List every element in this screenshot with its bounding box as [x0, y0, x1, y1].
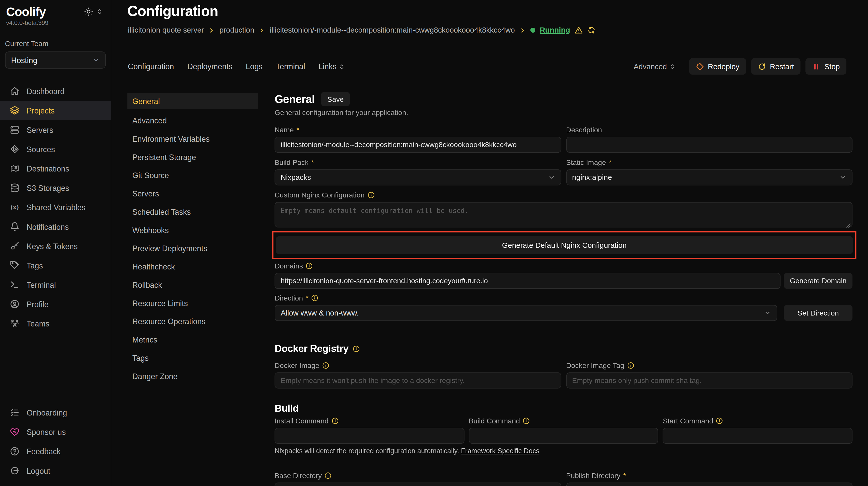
restart-button[interactable]: Restart: [751, 58, 801, 74]
direction-select[interactable]: Allow www & non-www.: [275, 305, 777, 321]
nginx-config-textarea[interactable]: [275, 202, 852, 227]
sidebar-item-projects[interactable]: Projects: [0, 101, 111, 120]
tab-logs[interactable]: Logs: [246, 62, 263, 71]
subnav-git-source[interactable]: Git Source: [127, 166, 258, 184]
resize-handle[interactable]: [846, 223, 851, 228]
subnav-persistent-storage[interactable]: Persistent Storage: [127, 148, 258, 166]
subnav-healthcheck[interactable]: Healthcheck: [127, 257, 258, 276]
breadcrumb: illicitonion quote server production ill…: [128, 26, 595, 34]
subnav-scheduled-tasks[interactable]: Scheduled Tasks: [127, 202, 258, 221]
highlight-box: Generate Default Nginx Configuration: [272, 231, 856, 259]
subnav-resource-limits[interactable]: Resource Limits: [127, 294, 258, 312]
install-command-label: Install Command: [275, 417, 329, 425]
general-subtitle: General configuration for your applicati…: [275, 108, 852, 117]
generate-domain-button[interactable]: Generate Domain: [784, 273, 852, 289]
database-icon: [10, 183, 19, 193]
team-select[interactable]: Hosting: [5, 52, 106, 68]
set-direction-button[interactable]: Set Direction: [784, 305, 852, 321]
tab-terminal[interactable]: Terminal: [276, 62, 305, 71]
sidebar-nav: Dashboard Projects Servers Sources Desti…: [0, 82, 111, 333]
breadcrumb-resource[interactable]: illicitestonion/-module--decomposition:m…: [270, 26, 515, 34]
description-input[interactable]: [566, 137, 852, 153]
sidebar-item-terminal[interactable]: Terminal: [0, 275, 111, 294]
sidebar-item-sponsor-us[interactable]: Sponsor us: [0, 422, 110, 442]
sidebar-item-feedback[interactable]: Feedback: [0, 442, 110, 461]
info-icon: [311, 294, 318, 301]
save-button[interactable]: Save: [321, 92, 350, 106]
start-command-input[interactable]: [663, 428, 852, 444]
restart-icon: [758, 62, 766, 71]
stop-button[interactable]: Stop: [806, 58, 846, 74]
generate-nginx-config-button[interactable]: Generate Default Nginx Configuration: [276, 236, 853, 254]
subnav-danger-zone[interactable]: Danger Zone: [127, 367, 258, 385]
tab-configuration[interactable]: Configuration: [128, 62, 174, 71]
tab-label: Terminal: [276, 62, 305, 71]
sidebar-item-s3-storages[interactable]: S3 Storages: [0, 178, 111, 197]
tab-links[interactable]: Links: [318, 62, 345, 71]
subnav-metrics[interactable]: Metrics: [127, 330, 258, 349]
refresh-icon[interactable]: [587, 26, 596, 34]
build-command-label: Build Command: [469, 417, 520, 425]
main-content: Configuration illicitonion quote server …: [111, 0, 868, 486]
publish-directory-input[interactable]: [566, 482, 852, 486]
subnav-webhooks[interactable]: Webhooks: [127, 221, 258, 239]
advanced-dropdown[interactable]: Advanced: [633, 62, 675, 71]
sidebar-item-label: Sources: [27, 145, 55, 154]
sidebar-item-onboarding[interactable]: Onboarding: [0, 403, 110, 422]
domains-input[interactable]: [275, 273, 781, 289]
sidebar: Coolify v4.0.0-beta.399 Current Team Hos…: [0, 0, 111, 486]
sidebar-item-dashboard[interactable]: Dashboard: [0, 82, 111, 101]
chevron-right-icon: [208, 27, 215, 33]
breadcrumb-project[interactable]: illicitonion quote server: [128, 26, 204, 34]
subnav-general[interactable]: General: [127, 93, 258, 109]
build-command-input[interactable]: [469, 428, 658, 444]
sidebar-item-shared-variables[interactable]: (x) Shared Variables: [0, 197, 111, 217]
sidebar-item-profile[interactable]: Profile: [0, 294, 111, 314]
sidebar-item-label: Destinations: [27, 164, 69, 173]
sidebar-item-logout[interactable]: Logout: [0, 461, 110, 480]
brand-logo: Coolify: [6, 5, 46, 19]
subnav-servers[interactable]: Servers: [127, 184, 258, 202]
tab-label: Deployments: [187, 62, 232, 71]
build-pack-label: Build Pack: [275, 158, 309, 167]
logout-icon: [10, 466, 19, 476]
name-input[interactable]: [275, 137, 561, 153]
info-icon: [306, 262, 313, 269]
subnav-environment-variables[interactable]: Environment Variables: [127, 130, 258, 148]
docker-image-tag-input[interactable]: [566, 372, 852, 389]
theme-sun-icon[interactable]: [84, 7, 93, 16]
sidebar-item-label: Tags: [27, 261, 43, 270]
sidebar-item-keys-tokens[interactable]: Keys & Tokens: [0, 236, 111, 256]
base-directory-input[interactable]: [275, 482, 561, 486]
sidebar-item-teams[interactable]: Teams: [0, 314, 111, 333]
subnav-preview-deployments[interactable]: Preview Deployments: [127, 239, 258, 257]
subnav-rollback[interactable]: Rollback: [127, 276, 258, 294]
subnav-advanced[interactable]: Advanced: [127, 111, 258, 130]
status-running-link[interactable]: Running: [540, 26, 570, 34]
chevron-down-icon: [839, 174, 846, 181]
theme-switcher-chevrons-icon[interactable]: [96, 8, 103, 15]
user-circle-icon: [10, 299, 19, 309]
redeploy-button[interactable]: Redeploy: [689, 58, 746, 74]
subnav-tags[interactable]: Tags: [127, 349, 258, 367]
sidebar-item-sources[interactable]: Sources: [0, 139, 111, 159]
docker-image-input[interactable]: [275, 372, 561, 389]
install-command-input[interactable]: [275, 428, 464, 444]
info-icon: [322, 362, 330, 369]
sidebar-item-destinations[interactable]: Destinations: [0, 159, 111, 178]
sidebar-item-label: Sponsor us: [27, 428, 66, 436]
sidebar-item-servers[interactable]: Servers: [0, 120, 111, 139]
static-image-select[interactable]: nginx:alpine: [566, 169, 852, 185]
status-dot: [530, 28, 535, 33]
sidebar-item-label: Shared Variables: [27, 203, 85, 212]
sidebar-item-notifications[interactable]: Notifications: [0, 217, 111, 236]
framework-docs-link[interactable]: Framework Specific Docs: [461, 447, 539, 455]
tab-deployments[interactable]: Deployments: [187, 62, 232, 71]
breadcrumb-environment[interactable]: production: [219, 26, 254, 34]
team-select-value: Hosting: [11, 56, 37, 65]
layers-icon: [10, 106, 19, 115]
subnav-resource-operations[interactable]: Resource Operations: [127, 312, 258, 330]
build-pack-select[interactable]: Nixpacks: [275, 169, 561, 185]
build-heading: Build: [275, 403, 299, 415]
sidebar-item-tags[interactable]: Tags: [0, 256, 111, 275]
